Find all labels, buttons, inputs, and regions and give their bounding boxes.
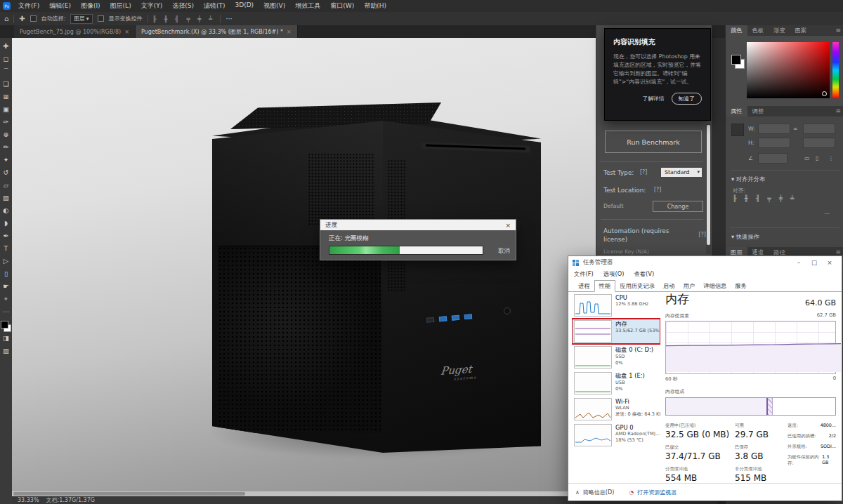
align-center-v-icon[interactable]: ╪ (779, 195, 783, 202)
height-field[interactable] (758, 138, 790, 148)
color-field[interactable] (747, 42, 830, 98)
tool-frame[interactable]: ▣ (0, 103, 12, 116)
menubar-item[interactable]: 编辑(E) (44, 1, 76, 11)
panel-tab[interactable]: 属性 (726, 106, 747, 117)
panel-tab[interactable]: 色板 (747, 25, 769, 36)
got-it-button[interactable]: 知道了 (672, 93, 702, 105)
tool-lasso[interactable]: ⌒ (0, 65, 12, 78)
collapse-icon[interactable]: ∧ (575, 489, 580, 496)
more-icon[interactable]: ⋮ (828, 155, 834, 161)
test-type-dropdown[interactable]: Standard▾ (661, 168, 702, 177)
panel-tab[interactable]: 调整 (747, 106, 769, 117)
tm-tab-性能[interactable]: 性能 (594, 280, 616, 292)
tool-eraser[interactable]: ▱ (0, 179, 12, 192)
tm-tab-详细信息[interactable]: 详细信息 (699, 281, 731, 291)
menubar-item[interactable]: 文字(Y) (136, 1, 168, 11)
tm-tab-服务[interactable]: 服务 (731, 281, 751, 291)
menubar-item[interactable]: 文件(F) (13, 1, 44, 11)
tool-marquee[interactable]: ◻ (0, 53, 12, 65)
menubar-item[interactable]: 窗口(W) (325, 1, 359, 11)
task-manager-titlebar[interactable]: 任务管理器 – □ × (568, 256, 842, 269)
tool-blur[interactable]: ◐ (0, 204, 12, 217)
link-dimensions-icon[interactable]: ∞ (793, 126, 798, 132)
tool-path-selection[interactable]: ▷ (0, 255, 12, 267)
flip-horizontal-icon[interactable]: ▭ (804, 155, 809, 161)
tool-history-brush[interactable]: ↺ (0, 166, 12, 179)
move-tool-icon[interactable]: ✚ (19, 13, 25, 25)
tm-tab-启动[interactable]: 启动 (659, 281, 679, 291)
tool-type[interactable]: T (0, 242, 12, 255)
foreground-color-swatch[interactable] (1, 321, 8, 329)
panel-tab[interactable]: 颜色 (726, 25, 747, 36)
menubar-item[interactable]: 图层(L) (105, 1, 136, 11)
foreground-color-swatch[interactable] (731, 55, 741, 65)
angle-field[interactable] (758, 153, 788, 164)
run-benchmark-button[interactable]: Run Benchmark (605, 131, 702, 153)
tool-brush[interactable]: ✏ (0, 141, 12, 154)
flip-vertical-icon[interactable]: ▯ (816, 155, 818, 161)
tool-edit-toolbar[interactable]: ⋯ (0, 305, 12, 318)
align-more-icon[interactable]: ⋯ (824, 211, 830, 217)
distribute-icons[interactable]: ╤ ╪ ╧ (186, 15, 215, 22)
document-tab[interactable]: PugetBench_75.jpg @ 100%(RGB/8) × (14, 25, 136, 38)
tool-healing-brush[interactable]: ⊕ (0, 128, 12, 141)
tool-zoom[interactable]: ⌖ (0, 293, 12, 305)
close-icon[interactable]: × (287, 29, 292, 35)
align-top-icon[interactable]: ╤ (767, 195, 771, 202)
document-tab-active[interactable]: PugetBenchmark.(X) @ 33.3% (图层 1, RGB/16… (136, 25, 298, 38)
tm-menu-item[interactable]: 查看(V) (634, 270, 654, 278)
tool-object-selection[interactable]: ❏ (0, 78, 12, 91)
show-transform-checkbox[interactable] (98, 15, 104, 22)
close-button[interactable]: × (822, 259, 837, 266)
tool-hand[interactable]: ☛ (0, 280, 12, 293)
tm-menu-item[interactable]: 选项(O) (603, 270, 625, 278)
menubar-item[interactable]: 视图(V) (259, 1, 290, 11)
tm-tab-应用历史记录[interactable]: 应用历史记录 (615, 281, 659, 291)
tool-shape[interactable]: ▯ (0, 267, 12, 280)
perf-item-gpu[interactable]: GPU 0AMD Radeon(TM)...18% (53 ℃) (572, 423, 660, 448)
help-icon[interactable]: [?] (654, 187, 662, 193)
tm-menu-item[interactable]: 文件(F) (574, 270, 594, 278)
quick-actions-heading[interactable]: ▾ 快速操作 (731, 233, 759, 241)
tool-move[interactable]: ✚ (0, 40, 12, 53)
scrollbar-thumb[interactable] (13, 492, 245, 496)
auto-select-checkbox[interactable] (30, 15, 37, 22)
panel-tab[interactable]: 渐变 (769, 25, 790, 36)
menubar-item[interactable]: 图像(I) (76, 1, 105, 11)
menubar-item[interactable]: 增效工具 (290, 1, 325, 11)
menubar-item[interactable]: 帮助(H) (359, 1, 391, 11)
menubar-item[interactable]: 选择(S) (167, 1, 199, 11)
open-resource-monitor-link[interactable]: 打开资源监视器 (637, 489, 677, 496)
menubar-item[interactable]: 3D(D) (230, 1, 259, 11)
perf-item-wifi[interactable]: Wi-FiWLAN发送: 0 接收: 64.3 Kbps (572, 397, 660, 422)
menubar-item[interactable]: 滤镜(T) (199, 1, 230, 11)
panel-scrollbar[interactable] (706, 124, 711, 254)
perf-item-memory[interactable]: 内存33.5/62.7 GB (53%) (572, 319, 660, 344)
more-options-icon[interactable]: ⋯ (226, 13, 233, 25)
align-right-icon[interactable]: ╢ (756, 195, 759, 202)
align-center-h-icon[interactable]: ╫ (744, 195, 747, 202)
perf-item-disk[interactable]: 磁盘 1 (E:)USB0% (572, 371, 660, 396)
tm-tab-进程[interactable]: 进程 (574, 281, 594, 291)
home-icon[interactable]: ⌂ (4, 13, 8, 25)
hue-slider[interactable] (832, 42, 839, 98)
auto-select-dropdown[interactable]: 图层 ▾ (70, 14, 92, 24)
cancel-button[interactable]: 取消 (498, 247, 510, 256)
perf-item-cpu[interactable]: CPU12% 3.86 GHz (572, 293, 660, 318)
align-left-icon[interactable]: ╟ (733, 195, 736, 202)
tm-tab-用户[interactable]: 用户 (679, 281, 700, 291)
tool-eyedropper[interactable]: ✑ (0, 116, 12, 128)
help-icon[interactable]: [?] (699, 232, 707, 238)
color-picker-marker[interactable] (822, 91, 827, 96)
learn-more-button[interactable]: 了解详情 (642, 95, 664, 102)
help-icon[interactable]: [?] (640, 169, 648, 175)
tool-screen-mode[interactable]: ▥ (0, 345, 12, 357)
align-bottom-icon[interactable]: ╧ (790, 195, 794, 202)
close-icon[interactable]: × (124, 29, 129, 35)
tool-quick-mask[interactable]: ◨ (0, 332, 12, 345)
change-location-button[interactable]: Change (653, 201, 703, 212)
tool-dodge[interactable]: ◗ (0, 217, 12, 230)
width-field[interactable] (758, 124, 790, 134)
panel-menu-icon[interactable]: ≡ (835, 106, 841, 117)
x-field[interactable] (803, 124, 835, 134)
